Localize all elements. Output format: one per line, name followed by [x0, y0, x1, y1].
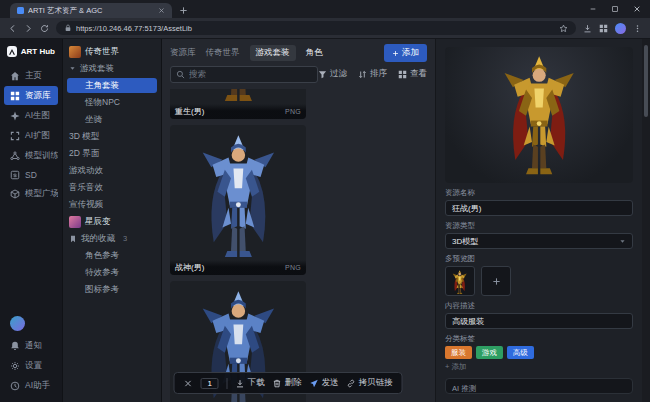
tree-item[interactable]: 特效参考 [63, 264, 161, 281]
project-avatar [69, 46, 81, 58]
tree-item[interactable]: 传奇世界 [63, 43, 161, 60]
send-label: 发送 [322, 377, 339, 389]
tree-item[interactable]: 主角套装 [67, 78, 157, 93]
breadcrumb-item[interactable]: 角色 [306, 47, 323, 59]
breadcrumb-item[interactable]: 资源库 [170, 47, 196, 59]
sort-button[interactable]: 排序 [358, 68, 387, 80]
user-avatar[interactable] [10, 316, 25, 331]
search-row: 过滤 排序 查看 [170, 63, 427, 85]
lock-icon [64, 24, 72, 32]
sidebar-item-label: 主页 [25, 70, 42, 82]
category-tag[interactable]: 游戏 [476, 346, 503, 359]
send-selected-button[interactable]: 发送 [310, 377, 339, 389]
address-bar[interactable]: https://10.246.46.77:5173/AssetLib [56, 21, 576, 35]
tree-item-label: 我的收藏 [81, 233, 115, 245]
scrollbar-thumb[interactable] [644, 45, 648, 117]
sidebar-item-gear[interactable]: 设置 [4, 356, 58, 375]
sidebar-item-sd[interactable]: SD [4, 166, 58, 183]
asset-preview [445, 47, 633, 183]
profile-avatar[interactable] [615, 23, 626, 34]
asset-title: 重生(男) [175, 106, 204, 117]
tree-item-label: 游戏套装 [80, 63, 114, 75]
tree-item[interactable]: 角色参考 [63, 247, 161, 264]
view-label: 查看 [410, 68, 427, 80]
tree-item[interactable]: 3D 模型 [63, 128, 161, 145]
sidebar-item-bell[interactable]: 通知 [4, 336, 58, 355]
scrollbar[interactable] [642, 39, 650, 402]
tree-item[interactable]: 2D 界面 [63, 145, 161, 162]
breadcrumb-item[interactable]: 传奇世界 [206, 47, 240, 59]
tree-item[interactable]: 宣传视频 [63, 196, 161, 213]
reload-icon[interactable] [40, 24, 49, 33]
nav-items: 主页资源库AI生图AI扩图模型训练SD模型广场 [0, 65, 62, 204]
extensions-icon[interactable] [599, 24, 608, 33]
home-icon [10, 71, 20, 81]
copy-link-button[interactable]: 拷贝链接 [347, 377, 393, 389]
new-tab-button[interactable] [179, 6, 188, 15]
close-button[interactable] [626, 0, 648, 18]
back-icon[interactable] [8, 24, 17, 33]
add-preview-button[interactable] [481, 266, 511, 296]
minimize-icon [589, 5, 597, 13]
maximize-button[interactable] [604, 0, 626, 18]
sidebar-item-spark[interactable]: AI生图 [4, 106, 58, 125]
sidebar-item-nodes[interactable]: 模型训练 [4, 146, 58, 165]
view-button[interactable]: 查看 [398, 68, 427, 80]
asset-card-footer: 重生(男)PNG [170, 104, 306, 119]
tree-item[interactable]: 坐骑 [63, 111, 161, 128]
sidebar-item-cube[interactable]: 模型广场 [4, 184, 58, 203]
type-field-label: 资源类型 [445, 221, 633, 231]
clear-selection-icon[interactable] [184, 379, 193, 388]
tree-item[interactable]: 音乐音效 [63, 179, 161, 196]
asset-card[interactable]: 战神(男)PNG [170, 125, 306, 275]
name-field[interactable]: 狂战(男) [445, 200, 633, 216]
tree-item[interactable]: 游戏套装 [63, 60, 161, 77]
view-grid-icon [398, 70, 407, 79]
search-input[interactable] [189, 69, 312, 79]
close-icon [633, 5, 641, 13]
description-field[interactable]: 高级服装 [445, 313, 633, 329]
project-avatar [69, 216, 81, 228]
window-controls [582, 0, 648, 18]
url-text: https://10.246.46.77:5173/AssetLib [76, 24, 555, 33]
sidebar-item-grid[interactable]: 资源库 [4, 86, 58, 105]
bookmark-star-icon[interactable] [559, 24, 568, 33]
breadcrumb-item[interactable]: 游戏套装 [250, 45, 296, 61]
tree-item[interactable]: 图标参考 [63, 281, 161, 298]
add-tag-button[interactable]: + 添加 [445, 362, 633, 372]
tree-item[interactable]: 怪物NPC [63, 94, 161, 111]
sidebar-item-expand[interactable]: AI扩图 [4, 126, 58, 145]
downloads-icon[interactable] [583, 24, 592, 33]
type-select[interactable]: 3D模型 [445, 233, 633, 249]
tree-item[interactable]: 星辰变 [63, 213, 161, 230]
download-label: 下载 [248, 377, 265, 389]
minimize-button[interactable] [582, 0, 604, 18]
category-tag[interactable]: 服装 [445, 346, 472, 359]
download-selected-button[interactable]: 下载 [236, 377, 265, 389]
tree-item-label: 传奇世界 [85, 46, 119, 58]
tree-item[interactable]: 我的收藏3 [63, 230, 161, 247]
add-button-label: 添加 [402, 47, 419, 59]
add-button[interactable]: 添加 [384, 44, 427, 62]
plus-icon [492, 277, 501, 286]
preview-thumbnail[interactable] [445, 266, 475, 296]
browser-menu-icon[interactable] [633, 24, 642, 33]
sidebar-item-clock[interactable]: AI助手 [4, 376, 58, 395]
asset-card[interactable]: 重生(男)PNG [170, 89, 306, 119]
delete-selected-button[interactable]: 删除 [273, 377, 302, 389]
tab-close-icon[interactable] [158, 7, 165, 14]
sidebar-item-label: 资源库 [25, 90, 51, 102]
tree-item-count: 3 [123, 234, 127, 243]
sidebar-item-home[interactable]: 主页 [4, 66, 58, 85]
category-tags: 服装游戏高级 [445, 346, 633, 359]
forward-icon[interactable] [24, 24, 33, 33]
category-tag[interactable]: 高级 [507, 346, 534, 359]
browser-tab[interactable]: ARTI 艺术资产 & AGC [10, 3, 172, 18]
tree-item[interactable]: 游戏动效 [63, 162, 161, 179]
tree-item-label: 2D 界面 [69, 148, 99, 160]
spark-icon [10, 111, 20, 121]
filter-button[interactable]: 过滤 [318, 68, 347, 80]
trash-icon [273, 379, 282, 388]
tree-item-label: 游戏动效 [69, 165, 103, 177]
asset-image [170, 125, 306, 275]
